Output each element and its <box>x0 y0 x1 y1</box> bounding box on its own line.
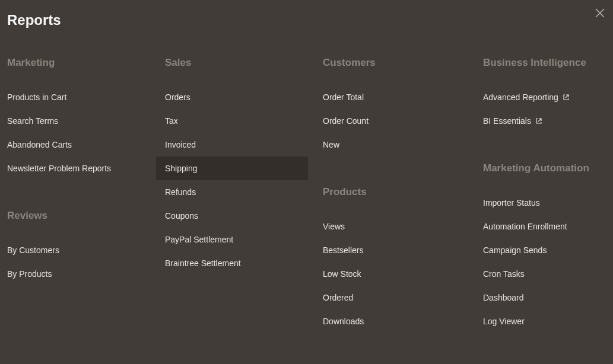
menu-views[interactable]: Views <box>314 215 483 238</box>
section-title-reviews: Reviews <box>7 210 165 222</box>
menu-braintree-settlement[interactable]: Braintree Settlement <box>156 251 308 275</box>
menu-orders[interactable]: Orders <box>156 85 308 109</box>
section-title-products: Products <box>323 186 483 198</box>
col-marketing-reviews: Marketing Products in Cart Search Terms … <box>7 57 165 363</box>
menu-by-customers[interactable]: By Customers <box>0 238 165 262</box>
menu-log-viewer[interactable]: Log Viewer <box>474 309 613 333</box>
svg-line-2 <box>566 95 568 98</box>
menu-search-terms[interactable]: Search Terms <box>0 109 165 133</box>
section-title-automation: Marketing Automation <box>483 162 613 174</box>
menu-order-total[interactable]: Order Total <box>314 85 483 109</box>
reports-panel: Reports Marketing Products in Cart Searc… <box>0 0 613 364</box>
menu-bestsellers[interactable]: Bestsellers <box>314 238 483 262</box>
external-link-icon <box>536 116 542 122</box>
section-sales: Sales Orders Tax Invoiced Shipping Refun… <box>165 57 323 275</box>
section-products: Products Views Bestsellers Low Stock Ord… <box>323 186 483 333</box>
close-icon[interactable] <box>593 6 607 20</box>
section-reviews: Reviews By Customers By Products <box>7 210 165 286</box>
menu-dashboard[interactable]: Dashboard <box>474 286 613 309</box>
section-title-marketing: Marketing <box>7 57 165 69</box>
menu-paypal-settlement[interactable]: PayPal Settlement <box>156 228 308 251</box>
menu-abandoned-carts[interactable]: Abandoned Carts <box>0 133 165 157</box>
section-title-customers: Customers <box>323 57 483 69</box>
menu-importer-status[interactable]: Importer Status <box>474 191 613 215</box>
menu-shipping[interactable]: Shipping <box>156 157 308 180</box>
menu-refunds[interactable]: Refunds <box>156 180 308 204</box>
menu-item-label: BI Essentials <box>483 116 531 126</box>
menu-item-label: Advanced Reporting <box>483 92 558 102</box>
menu-tax[interactable]: Tax <box>156 109 308 133</box>
menu-order-count[interactable]: Order Count <box>314 109 483 133</box>
section-bi: Business Intelligence Advanced Reporting… <box>483 57 613 133</box>
menu-low-stock[interactable]: Low Stock <box>314 262 483 286</box>
menu-coupons[interactable]: Coupons <box>156 204 308 228</box>
menu-automation-enrollment[interactable]: Automation Enrollment <box>474 215 613 238</box>
section-title-bi: Business Intelligence <box>483 57 613 69</box>
menu-newsletter-problem-reports[interactable]: Newsletter Problem Reports <box>0 157 165 180</box>
menu-advanced-reporting[interactable]: Advanced Reporting <box>474 85 613 109</box>
menu-invoiced[interactable]: Invoiced <box>156 133 308 157</box>
col-bi-automation: Business Intelligence Advanced Reporting… <box>483 57 613 363</box>
menu-by-products[interactable]: By Products <box>0 262 165 286</box>
menu-ordered[interactable]: Ordered <box>314 286 483 309</box>
menu-downloads[interactable]: Downloads <box>314 309 483 333</box>
external-link-icon <box>563 92 569 98</box>
panel-title: Reports <box>7 9 606 31</box>
menu-bi-essentials[interactable]: BI Essentials <box>474 109 613 133</box>
columns: Marketing Products in Cart Search Terms … <box>7 57 606 363</box>
menu-new[interactable]: New <box>314 133 483 157</box>
col-sales: Sales Orders Tax Invoiced Shipping Refun… <box>165 57 323 363</box>
section-title-sales: Sales <box>165 57 323 69</box>
section-automation: Marketing Automation Importer Status Aut… <box>483 162 613 333</box>
menu-cron-tasks[interactable]: Cron Tasks <box>474 262 613 286</box>
section-marketing: Marketing Products in Cart Search Terms … <box>7 57 165 180</box>
section-customers: Customers Order Total Order Count New <box>323 57 483 157</box>
menu-products-in-cart[interactable]: Products in Cart <box>0 85 165 109</box>
menu-campaign-sends[interactable]: Campaign Sends <box>474 238 613 262</box>
svg-line-3 <box>538 119 541 122</box>
col-customers-products: Customers Order Total Order Count New Pr… <box>323 57 483 363</box>
